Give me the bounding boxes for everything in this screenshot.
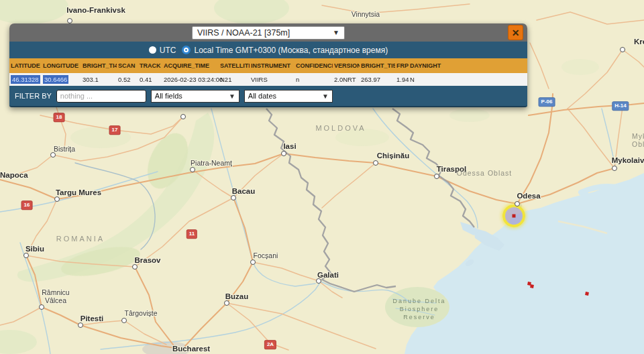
cell-track: 0.41 (138, 76, 162, 83)
cell-bright_ti4: 303.1 (81, 76, 117, 83)
filter-date-value: All dates (248, 92, 276, 100)
road-badge-18: 18 (54, 113, 65, 122)
road-badge-h-14: H-14 (612, 101, 629, 111)
city-marker-râmnicu vâlcea (39, 304, 44, 310)
road-badge-16: 16 (21, 200, 33, 210)
column-header-satellite[interactable]: SATELLITE (219, 62, 250, 69)
region-label: ROMANIA (56, 235, 105, 243)
column-header-acquire_time[interactable]: ACQUIRE_TIME (162, 62, 219, 69)
city-label-kropyvnytskyi: Kropyvnytskyi (634, 38, 644, 46)
radio-local-label: Local Time GMT+0300 (Москва, стандартное… (194, 46, 388, 55)
filter-bar: FILTER BY All fields ▼ All dates ▼ (9, 86, 527, 107)
radio-utc-icon (149, 46, 156, 54)
region-label: Odessa Oblast (457, 169, 512, 177)
city-marker-mykolaiv (612, 166, 617, 171)
app-root: { "panel": { "source_select": "VIIRS / N… (0, 0, 644, 354)
city-marker-buzau (224, 300, 229, 306)
column-header-scan[interactable]: SCAN (117, 62, 138, 69)
timezone-bar: UTC Local Time GMT+0300 (Москва, стандар… (9, 42, 527, 58)
city-marker-galati (316, 278, 321, 284)
cell-confidence: n (294, 76, 333, 83)
city-marker-bacau (231, 195, 236, 200)
filter-input[interactable] (56, 90, 146, 103)
filter-field-value: All fields (155, 92, 182, 100)
cell-daynight: N (409, 76, 489, 83)
sensor-select[interactable]: VIIRS / NOAA-21 [375m] ▼ (192, 26, 345, 40)
city-marker-kropyvnytskyi (620, 47, 625, 52)
city-marker-ivano-frankivsk (67, 18, 72, 23)
fire-data-panel: VIIRS / NOAA-21 [375m] ▼ ✕ UTC Local Tim… (9, 23, 527, 107)
road-badge-17: 17 (109, 125, 121, 135)
city-label-brasov: Brasov (135, 256, 161, 264)
city-label-focșani: Focșani (254, 251, 278, 259)
city-label-vinnytsia: Vinnytsia (352, 10, 380, 18)
column-header-longitude[interactable]: LONGITUDE (42, 62, 81, 69)
column-header-bright_ti5[interactable]: BRIGHT_TI5 (360, 62, 395, 69)
region-label: MOLDOVA (315, 124, 366, 132)
panel-header: VIIRS / NOAA-21 [375m] ▼ ✕ (9, 23, 527, 42)
selected-fire-marker[interactable] (502, 204, 525, 227)
cell-scan: 0.52 (117, 76, 138, 83)
cell-instrument: VIIRS (250, 76, 294, 83)
cell-acquire_time: 2026-02-23 03:24:00 (162, 76, 219, 83)
radio-utc[interactable]: UTC (149, 46, 176, 55)
table-header-row: LATITUDELONGITUDEBRIGHT_TI4SCANTRACKACQU… (9, 58, 527, 73)
chevron-down-icon: ▼ (333, 29, 339, 36)
city-marker-pitesti (78, 322, 83, 328)
city-label-galati: Galati (317, 271, 339, 279)
city-label-piatra-neamț: Piatra-Neamț (191, 159, 232, 167)
road-badge-2a: 2A (264, 340, 276, 349)
city-marker-focșani (250, 259, 256, 265)
city-label-napoca: Napoca (0, 171, 28, 179)
city-label-chișinău: Chișinău (377, 152, 410, 160)
filter-date-select[interactable]: All dates ▼ (244, 90, 333, 103)
city-marker-odesa (515, 201, 520, 206)
radio-local-time[interactable]: Local Time GMT+0300 (Москва, стандартное… (182, 46, 388, 55)
cell-latitude: 46.31328 (9, 76, 42, 83)
cell-bright_ti5: 263.97 (360, 76, 395, 83)
cell-version: 2.0NRT (333, 76, 360, 83)
road-badge-p-06: P-06 (539, 97, 555, 107)
radio-utc-label: UTC (160, 46, 176, 55)
city-label-râmnicu vâlcea: RâmnicuVâlcea (42, 288, 69, 304)
region-label: MykolaivOblast (632, 132, 644, 148)
cell-longitude: 30.6466 (42, 76, 81, 83)
cell-frp: 1.94 (395, 76, 409, 83)
city-label-odesa: Odesa (517, 192, 540, 200)
column-header-version[interactable]: VERSION (333, 62, 360, 69)
city-label-pitesti: Pitesti (80, 314, 104, 322)
city-label-buzau: Buzau (225, 292, 249, 300)
city-label-mykolaiv: Mykolaiv (612, 156, 644, 164)
column-header-frp[interactable]: FRP (395, 62, 409, 69)
city-label-targu mures: Targu Mures (56, 188, 101, 196)
city-label-bistrița: Bistrița (54, 145, 75, 153)
city-marker-chișinău (373, 160, 378, 166)
filter-field-select[interactable]: All fields ▼ (151, 90, 239, 103)
column-header-track[interactable]: TRACK (138, 62, 162, 69)
chevron-down-icon: ▼ (229, 93, 235, 100)
fire-detection-point[interactable] (585, 292, 589, 296)
radio-local-icon (182, 46, 191, 54)
city-label-iasi: Iasi (283, 142, 296, 150)
table-row[interactable]: 46.3132830.6466303.10.520.412026-02-23 0… (9, 73, 527, 86)
city-marker-târgoviște (121, 318, 127, 323)
column-header-daynight[interactable]: DAYNIGHT (409, 62, 489, 69)
city-marker-iasi (281, 151, 286, 156)
column-header-bright_ti4[interactable]: BRIGHT_TI4 (81, 62, 117, 69)
close-icon: ✕ (512, 27, 520, 38)
fire-detection-point[interactable] (530, 284, 534, 288)
column-header-latitude[interactable]: LATITUDE (9, 62, 42, 69)
region-label: Danube DeltaBiosphereReserve (392, 297, 445, 321)
close-button[interactable]: ✕ (508, 25, 523, 40)
cell-satellite: N21 (219, 76, 250, 83)
city-marker-bistrița (50, 152, 56, 158)
sensor-select-value: VIIRS / NOAA-21 [375m] (197, 28, 290, 38)
city-label-sibiu: Sibiu (25, 245, 44, 253)
chevron-down-icon: ▼ (322, 93, 329, 100)
column-header-instrument[interactable]: INSTRUMENT (250, 62, 294, 69)
city-marker-brasov (132, 264, 138, 270)
filter-label: FILTER BY (15, 92, 52, 100)
column-header-confidence[interactable]: CONFIDENCE (294, 62, 333, 69)
city-marker-tiraspol (434, 174, 439, 179)
road-badge-11: 11 (186, 229, 197, 239)
